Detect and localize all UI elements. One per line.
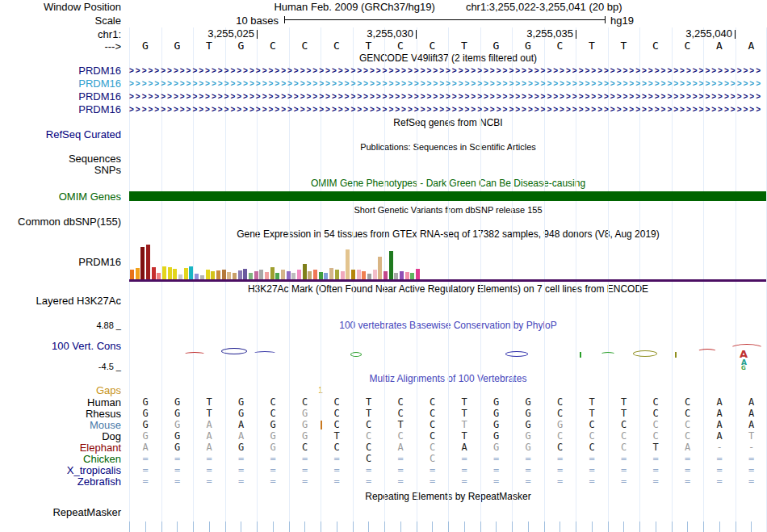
species-label-dog[interactable]: Dog bbox=[0, 431, 121, 442]
gtex-bar[interactable] bbox=[389, 251, 393, 279]
gtex-bar[interactable] bbox=[384, 271, 388, 279]
gtex-bar[interactable] bbox=[416, 269, 420, 279]
window-position-label[interactable]: Window Position bbox=[0, 2, 121, 12]
base-tick bbox=[304, 522, 305, 532]
gencode-transcript-line[interactable]: >>>>>>>>>>>>>>>>>>>>>>>>>>>>>>>>>>>>>>>>… bbox=[129, 66, 765, 77]
gencode-item-label[interactable]: PRDM16 bbox=[0, 91, 121, 102]
gtex-bar[interactable] bbox=[249, 273, 253, 279]
multiz-base: = bbox=[544, 454, 576, 464]
gtex-bar[interactable] bbox=[152, 267, 156, 279]
base-tick bbox=[592, 522, 593, 532]
gtex-bar[interactable] bbox=[146, 245, 150, 279]
species-label-elephant[interactable]: Elephant bbox=[0, 442, 121, 453]
gtex-bar[interactable] bbox=[233, 273, 237, 279]
gtex-bar[interactable] bbox=[291, 273, 295, 279]
gtex-bar[interactable] bbox=[351, 270, 355, 279]
gtex-bar[interactable] bbox=[373, 270, 377, 279]
gtex-bar[interactable] bbox=[157, 273, 161, 279]
species-label-x-tropicalis[interactable]: X_tropicalis bbox=[0, 465, 121, 475]
sequences-label[interactable]: Sequences bbox=[0, 153, 121, 164]
species-label-human[interactable]: Human bbox=[0, 397, 121, 408]
gtex-bar[interactable] bbox=[222, 270, 226, 279]
gtex-bar[interactable] bbox=[319, 272, 323, 279]
gtex-bar[interactable] bbox=[357, 270, 361, 279]
gtex-bar[interactable] bbox=[254, 271, 258, 279]
gtex-bar[interactable] bbox=[238, 270, 242, 279]
gtex-bar[interactable] bbox=[184, 268, 188, 279]
gtex-bar[interactable] bbox=[329, 268, 333, 279]
multiz-base: A bbox=[703, 420, 736, 430]
species-label-chicken[interactable]: Chicken bbox=[0, 454, 121, 464]
gtex-bar[interactable] bbox=[308, 271, 312, 279]
gtex-bar[interactable] bbox=[136, 268, 140, 279]
gtex-bar[interactable] bbox=[227, 272, 231, 279]
gtex-bar[interactable] bbox=[195, 274, 199, 279]
gtex-bar[interactable] bbox=[130, 270, 134, 279]
gencode-transcript-line[interactable]: >>>>>>>>>>>>>>>>>>>>>>>>>>>>>>>>>>>>>>>>… bbox=[129, 79, 765, 90]
gencode-transcript-line[interactable]: >>>>>>>>>>>>>>>>>>>>>>>>>>>>>>>>>>>>>>>>… bbox=[129, 92, 765, 103]
gtex-bar[interactable] bbox=[270, 267, 275, 279]
refseq-curated-label[interactable]: RefSeq Curated bbox=[0, 129, 121, 140]
conservation-max-label[interactable]: 4.88 _ bbox=[0, 320, 121, 331]
gtex-bar[interactable] bbox=[243, 269, 247, 279]
conservation-min-label[interactable]: -4.5 _ bbox=[0, 362, 121, 372]
base-tick bbox=[384, 522, 385, 532]
multiz-base: A bbox=[225, 420, 258, 430]
multiz-base: T bbox=[608, 397, 640, 408]
gencode-item-label[interactable]: PRDM16 bbox=[0, 78, 121, 89]
species-label-mouse[interactable]: Mouse bbox=[0, 420, 121, 430]
multiz-base: A bbox=[672, 442, 704, 453]
gtex-bar[interactable] bbox=[206, 270, 210, 279]
multiz-base: C bbox=[417, 454, 449, 464]
coordinate-tick bbox=[257, 30, 258, 39]
layered-h3k27ac-label[interactable]: Layered H3K27Ac bbox=[0, 295, 121, 306]
gtex-bar[interactable] bbox=[303, 264, 307, 279]
gtex-bar[interactable] bbox=[335, 270, 339, 279]
gtex-gene-label[interactable]: PRDM16 bbox=[0, 257, 121, 267]
scale-row-label[interactable]: Scale bbox=[0, 15, 121, 26]
gtex-bar[interactable] bbox=[211, 271, 215, 279]
multiz-base: T bbox=[576, 397, 608, 408]
gtex-bar[interactable] bbox=[405, 272, 409, 279]
gtex-bar[interactable] bbox=[324, 273, 328, 279]
gtex-bar[interactable] bbox=[394, 273, 398, 279]
species-label-zebrafish[interactable]: Zebrafish bbox=[0, 476, 121, 487]
omim-genes-label[interactable]: OMIM Genes bbox=[0, 191, 121, 202]
snps-label[interactable]: SNPs bbox=[0, 165, 121, 175]
gencode-item-label[interactable]: PRDM16 bbox=[0, 104, 121, 115]
gtex-bar[interactable] bbox=[216, 270, 220, 279]
gtex-bar[interactable] bbox=[346, 249, 350, 279]
gtex-bar[interactable] bbox=[162, 266, 166, 279]
vert-cons-label[interactable]: 100 Vert. Cons bbox=[0, 341, 121, 351]
gaps-label[interactable]: Gaps bbox=[0, 385, 121, 396]
gtex-bar[interactable] bbox=[275, 273, 279, 279]
species-label-rhesus[interactable]: Rhesus bbox=[0, 408, 121, 419]
gtex-bar[interactable] bbox=[362, 271, 366, 279]
gencode-transcript-line[interactable]: >>>>>>>>>>>>>>>>>>>>>>>>>>>>>>>>>>>>>>>>… bbox=[129, 105, 765, 115]
gtex-bar[interactable] bbox=[287, 271, 291, 279]
gtex-bar[interactable] bbox=[173, 269, 177, 279]
gtex-bar[interactable] bbox=[367, 274, 371, 279]
gtex-bar[interactable] bbox=[400, 271, 404, 279]
multiz-base: C bbox=[384, 408, 417, 419]
gtex-bar[interactable] bbox=[189, 266, 193, 279]
repeatmasker-label[interactable]: RepeatMasker bbox=[0, 507, 121, 517]
gtex-bar[interactable] bbox=[259, 270, 263, 279]
gtex-bar[interactable] bbox=[378, 257, 382, 279]
multiz-base: = bbox=[417, 476, 449, 487]
gencode-item-label[interactable]: PRDM16 bbox=[0, 65, 121, 76]
strand-label[interactable]: ---> bbox=[0, 41, 121, 52]
gtex-bar[interactable] bbox=[297, 270, 301, 279]
multiz-base: = bbox=[129, 465, 161, 475]
common-dbsnp-label[interactable]: Common dbSNP(155) bbox=[0, 216, 121, 227]
gtex-bar[interactable] bbox=[168, 267, 172, 279]
gtex-bar[interactable] bbox=[265, 272, 269, 279]
gtex-bar[interactable] bbox=[341, 271, 345, 279]
gtex-bar[interactable] bbox=[313, 270, 317, 279]
multiz-base: C bbox=[321, 397, 353, 408]
gtex-bar[interactable] bbox=[410, 273, 414, 279]
gtex-bar[interactable] bbox=[140, 247, 145, 279]
chrom-label[interactable]: chr1: bbox=[0, 29, 121, 40]
gtex-bar[interactable] bbox=[281, 270, 285, 279]
omim-gene-bar[interactable] bbox=[129, 191, 766, 201]
